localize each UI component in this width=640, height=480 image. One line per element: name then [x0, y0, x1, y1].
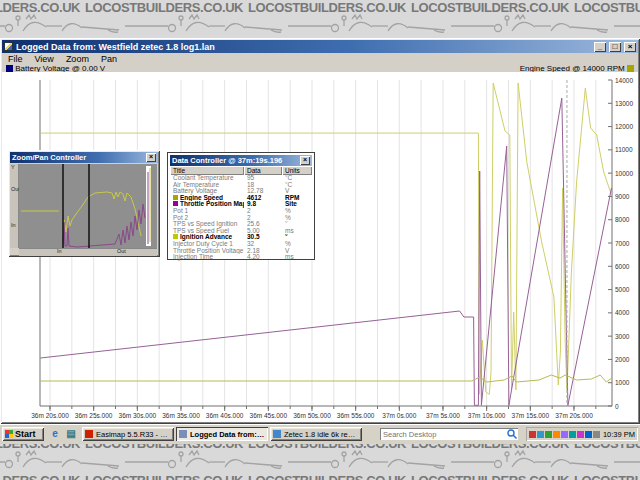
data-controller-close-button[interactable]: ×: [300, 156, 310, 165]
x-tick-label: 36m 30s.000: [119, 412, 157, 419]
series-ignition-advance: [40, 375, 611, 382]
watermark-car-row: [0, 13, 640, 37]
task-icon: [85, 430, 93, 438]
watermark-text: LOCOSTBUILDERS.CO.UK: [411, 474, 574, 480]
kit-car-sketch: [612, 13, 640, 37]
y-tick-label: 7000: [615, 240, 630, 247]
channel-row[interactable]: Pot 22%: [170, 215, 312, 222]
close-button[interactable]: ×: [624, 42, 636, 52]
y-tick-label: 1000: [615, 379, 630, 386]
task-label: Logged Data from: W...: [190, 430, 265, 439]
channel-row[interactable]: Coolant Temperature95°C: [170, 175, 312, 182]
column-header-data[interactable]: Data: [244, 166, 282, 175]
h-slider-label-in[interactable]: In: [57, 248, 62, 254]
menu-file[interactable]: File: [2, 54, 29, 64]
task-label: Easimap 5.5.R33 - 967 si...: [96, 430, 171, 439]
zoom-pan-title-bar[interactable]: Zoom/Pan Controller ×: [10, 152, 158, 163]
menu-zoom[interactable]: Zoom: [60, 54, 95, 64]
tray-icon[interactable]: [593, 431, 600, 438]
watermark-text-row: LOCOSTBUILDERS.CO.UKLOCOSTBUILDERS.CO.UK…: [0, 0, 640, 13]
tray-icon[interactable]: [585, 431, 592, 438]
channel-row[interactable]: Throttle Position Map Site9.8Site: [170, 201, 312, 208]
search-icon[interactable]: [506, 428, 518, 440]
thumbnail-canvas[interactable]: [19, 164, 157, 248]
x-tick-label: 37m 5s.000: [426, 412, 460, 419]
taskbar-clock[interactable]: 10:39 PM: [603, 430, 635, 439]
desktop-search-box[interactable]: [380, 428, 518, 440]
channel-row[interactable]: Engine Speed4612RPM: [170, 195, 312, 202]
tray-icon[interactable]: [545, 431, 552, 438]
x-tick-label: 36m 35s.000: [162, 412, 200, 419]
tray-icon[interactable]: [577, 431, 584, 438]
battery-voltage-swatch: [6, 65, 13, 72]
h-slider-label-out[interactable]: Out: [117, 248, 126, 254]
menu-view[interactable]: View: [29, 54, 60, 64]
task-buttons: Easimap 5.5.R33 - 967 si...Logged Data f…: [82, 427, 362, 441]
y-tick-label: 2000: [615, 356, 630, 363]
v-slider-label-y[interactable]: Y: [11, 164, 15, 170]
zoom-pan-close-button[interactable]: ×: [146, 153, 156, 162]
tray-icon[interactable]: [537, 431, 544, 438]
restore-button[interactable]: □: [609, 42, 621, 52]
tray-icon[interactable]: [553, 431, 560, 438]
channel-row[interactable]: Throttle Position Voltage2.18V: [170, 248, 312, 255]
column-header-units[interactable]: Units: [282, 166, 312, 175]
channel-swatch: [173, 234, 178, 239]
data-controller-title-bar[interactable]: Data Controller @ 37m:19s.196 ×: [170, 155, 312, 166]
task-button[interactable]: Logged Data from: W...: [176, 427, 268, 441]
search-input[interactable]: [380, 430, 506, 439]
x-tick-label: 36m 55s.000: [337, 412, 375, 419]
watermark-car-row: [0, 449, 640, 473]
vertical-zoom-slider[interactable]: YOutIn: [10, 164, 19, 248]
v-slider-label-in[interactable]: In: [11, 222, 16, 228]
menu-pan[interactable]: Pan: [95, 54, 123, 64]
channel-row[interactable]: TPS vs Speed Fuel5.00ms: [170, 228, 312, 235]
task-button[interactable]: Zetec 1.8 idle 6k revs.JP...: [270, 427, 362, 441]
channel-swatch: [173, 195, 178, 200]
channel-row[interactable]: Pot 12%: [170, 208, 312, 215]
channel-table-header[interactable]: TitleDataUnits: [170, 166, 312, 175]
kit-car-sketch: [449, 449, 612, 473]
x-tick-label: 37m 10s.000: [468, 412, 506, 419]
zoom-pan-controller-window: Zoom/Pan Controller × YOutIn InOut: [8, 150, 160, 257]
internet-explorer-icon[interactable]: e: [48, 427, 62, 441]
channel-table: TitleDataUnits Coolant Temperature95°CAi…: [170, 166, 312, 261]
y-axis-right-ticks: 0100020003000400050006000700080009000100…: [608, 77, 633, 410]
zoom-pan-title: Zoom/Pan Controller: [12, 153, 146, 162]
y-tick-label: 3000: [615, 333, 630, 340]
tray-icon[interactable]: [569, 431, 576, 438]
y-tick-label: 14000: [615, 77, 633, 84]
tray-icon[interactable]: [529, 431, 536, 438]
start-button[interactable]: Start: [2, 427, 44, 441]
channel-row[interactable]: Ignition Advance30.5°: [170, 234, 312, 241]
y-tick-label: 6000: [615, 263, 630, 270]
tray-icon[interactable]: [561, 431, 568, 438]
channel-row[interactable]: Injector Duty Cycle 132%: [170, 241, 312, 248]
channel-row[interactable]: Battery Voltage12.78V: [170, 188, 312, 195]
watermark-text-row: LOCOSTBUILDERS.CO.UKLOCOSTBUILDERS.CO.UK…: [0, 473, 640, 480]
x-tick-label: 37m 20s.000: [555, 412, 593, 419]
kit-car-sketch: [612, 449, 640, 473]
channel-row[interactable]: Air Temperature18°C: [170, 182, 312, 189]
zoom-pan-thumbnail[interactable]: [19, 164, 157, 248]
x-tick-label: 37m 15s.000: [512, 412, 550, 419]
watermark-bottom-inner: LOCOSTBUILDERS.CO.UKLOCOSTBUILDERS.CO.UK…: [0, 443, 640, 480]
y-tick-label: 10000: [615, 170, 633, 177]
horizontal-zoom-slider[interactable]: InOut: [19, 248, 157, 256]
watermark-text: LOCOSTBUILDERS.CO.UK: [411, 1, 574, 15]
kit-car-sketch: [286, 449, 449, 473]
data-controller-title: Data Controller @ 37m:19s.196: [172, 156, 300, 165]
task-button[interactable]: Easimap 5.5.R33 - 967 si...: [82, 427, 174, 441]
channel-row[interactable]: TPS vs Speed Ignition25.6°: [170, 221, 312, 228]
channel-swatch: [173, 201, 178, 206]
column-header-title[interactable]: Title: [170, 166, 244, 175]
title-bar[interactable]: Logged Data from: Westfield zetec 1.8 lo…: [2, 40, 638, 53]
show-desktop-icon[interactable]: ▤: [64, 427, 78, 441]
channel-row[interactable]: Injection Time4.20ms: [170, 254, 312, 261]
app-icon: [4, 42, 13, 51]
kit-car-sketch: [449, 13, 612, 37]
kit-car-sketch: [123, 449, 286, 473]
minimize-button[interactable]: _: [594, 42, 606, 52]
kit-car-sketch: [123, 13, 286, 37]
desktop-screen: LOCOSTBUILDERS.CO.UKLOCOSTBUILDERS.CO.UK…: [0, 0, 640, 480]
